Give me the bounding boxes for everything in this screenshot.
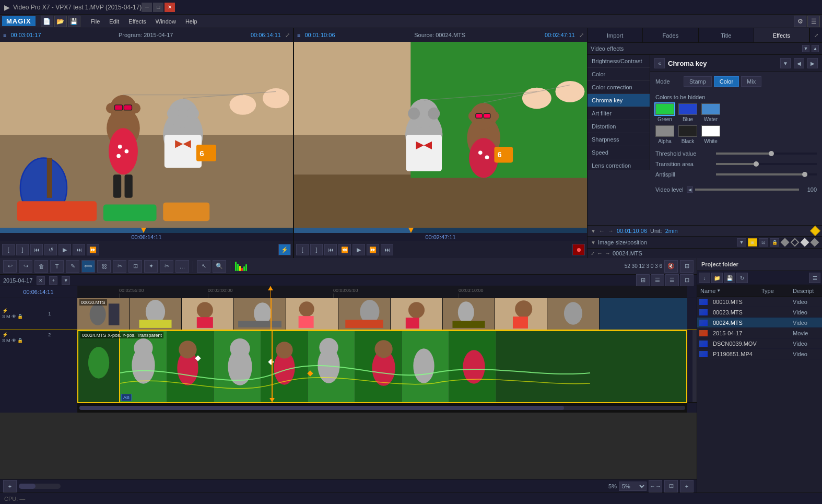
effect-color[interactable]: Color xyxy=(588,68,650,81)
track-1-eye-icon[interactable]: 👁 xyxy=(11,314,16,319)
size-grid-btn[interactable]: ⊡ xyxy=(759,238,768,247)
r-step-fwd-btn[interactable]: ⏩ xyxy=(367,244,379,255)
swatch-water[interactable] xyxy=(701,103,720,115)
zoom-plus-btn[interactable]: + xyxy=(680,480,694,493)
menu-file[interactable]: File xyxy=(87,17,104,26)
swatch-alpha[interactable] xyxy=(655,125,674,137)
effect-speed[interactable]: Speed xyxy=(588,146,650,159)
r-step-back-btn[interactable]: ⏪ xyxy=(338,244,351,255)
arrow-left-icon[interactable]: ← xyxy=(599,228,605,234)
back-btn[interactable]: « xyxy=(654,58,665,68)
col-name-header[interactable]: Name ▼ xyxy=(697,288,759,294)
pf-refresh-btn[interactable]: ↻ xyxy=(736,273,748,283)
link-btn[interactable]: ⛓ xyxy=(97,260,111,273)
menu-edit[interactable]: Edit xyxy=(105,17,123,26)
snap-tl-btn[interactable]: ⊡ xyxy=(128,260,142,273)
swatch-blue[interactable] xyxy=(678,103,697,115)
track-2-lock-icon[interactable]: 🔒 xyxy=(17,338,23,343)
hamburger-right-icon[interactable]: ≡ xyxy=(297,32,300,38)
track-2-clip[interactable]: 00024.MTS X-pos. Y-pos. Transparent AB xyxy=(78,331,686,402)
cursor-btn[interactable]: ↖ xyxy=(197,260,210,273)
menu-help[interactable]: Help xyxy=(181,17,202,26)
file-row-1[interactable]: 00023.MTS Video xyxy=(697,307,822,318)
antispill-slider[interactable] xyxy=(716,173,817,175)
size-lock-btn[interactable]: 🔒 xyxy=(770,238,779,247)
collapse-effects-btn[interactable]: ▼ xyxy=(802,45,809,52)
track-options-btn[interactable]: ▼ xyxy=(62,276,70,285)
new-button[interactable]: 📄 xyxy=(41,16,53,27)
add-track-bottom-btn[interactable]: + xyxy=(3,480,17,493)
video-level-left-btn[interactable]: ◀ xyxy=(687,186,693,193)
file-row-0[interactable]: 00010.MTS Video xyxy=(697,297,822,307)
col-desc-header[interactable]: Descript xyxy=(791,288,822,294)
swatch-green[interactable] xyxy=(655,103,674,115)
source-arrow-right[interactable]: → xyxy=(605,250,610,256)
transition-slider[interactable] xyxy=(716,163,817,165)
tab-title[interactable]: Title xyxy=(699,28,754,42)
kf-add-btn[interactable] xyxy=(781,238,790,247)
unlink-btn[interactable]: ✂ xyxy=(113,260,126,273)
go-end-btn[interactable]: ⏩ xyxy=(87,244,99,255)
keyframe-diamond-btn[interactable] xyxy=(810,226,820,236)
track-2-eye-icon[interactable]: 👁 xyxy=(11,338,16,343)
list-view-btn[interactable]: ☰ xyxy=(651,274,664,287)
fit-btn[interactable]: ⊡ xyxy=(664,480,678,493)
track-1-clip[interactable]: 00010.MTS xyxy=(77,298,687,330)
swatch-white[interactable] xyxy=(701,125,720,137)
zoom-in-btn[interactable]: 🔍 xyxy=(213,260,226,273)
text-btn[interactable]: T xyxy=(50,260,64,273)
preset-dropdown-btn[interactable]: ▼ xyxy=(780,58,791,68)
pf-menu-btn[interactable]: ☰ xyxy=(809,273,820,283)
effect-distortion[interactable]: Distortion xyxy=(588,120,650,133)
redo-btn[interactable]: ↪ xyxy=(19,260,32,273)
r-play-btn[interactable]: ▶ xyxy=(353,244,365,255)
effect-color-correction[interactable]: Color correction xyxy=(588,81,650,94)
video-level-slider[interactable] xyxy=(695,189,799,191)
timeline-scroll-mini[interactable] xyxy=(19,484,61,489)
tab-effects[interactable]: Effects xyxy=(754,28,809,42)
kf-large-btn[interactable] xyxy=(801,238,809,247)
maximize-button[interactable]: □ xyxy=(153,3,163,12)
source-arrow-left[interactable]: ← xyxy=(597,250,603,256)
open-button[interactable]: 📂 xyxy=(54,16,67,27)
save-button[interactable]: 💾 xyxy=(68,16,80,27)
tab-import[interactable]: Import xyxy=(588,28,643,42)
play-btn[interactable]: ▶ xyxy=(58,244,71,255)
zoom-dropdown[interactable]: 5% 10% 25% 50% 100% xyxy=(619,482,647,491)
close-project-btn[interactable]: ✕ xyxy=(37,276,45,285)
threshold-slider[interactable] xyxy=(716,153,817,155)
view-toggle-btn[interactable]: ⊞ xyxy=(680,260,694,273)
arrow-right-icon[interactable]: → xyxy=(608,228,614,234)
undo-btn[interactable]: ↩ xyxy=(3,260,17,273)
track-1-lock-icon[interactable]: 🔒 xyxy=(17,314,23,319)
trim-btn[interactable]: ✦ xyxy=(144,260,158,273)
effect-brightness-contrast[interactable]: Brightness/Contrast xyxy=(588,55,650,68)
r-mark-out-btn[interactable]: ] xyxy=(310,244,323,255)
mark-in-btn[interactable]: [ xyxy=(2,244,15,255)
effect-lens-correction[interactable]: Lens correction xyxy=(588,159,650,170)
vertical-scrollbar[interactable] xyxy=(692,330,697,402)
pf-save-btn[interactable]: 💾 xyxy=(724,273,735,283)
horizontal-scrollbar[interactable] xyxy=(79,406,685,410)
more-btn[interactable]: … xyxy=(175,260,189,273)
kf-nav-btn[interactable] xyxy=(811,238,819,247)
col-type-header[interactable]: Type xyxy=(759,288,791,294)
effects-expand-btn[interactable]: ⤢ xyxy=(809,28,822,42)
settings-icon[interactable]: ⚙ xyxy=(794,16,806,27)
zoom-view-btn[interactable]: ⊡ xyxy=(680,274,694,287)
color-btn[interactable]: Color xyxy=(714,76,739,87)
track-1-s-icon[interactable]: S xyxy=(2,314,5,319)
menu-effects[interactable]: Effects xyxy=(124,17,150,26)
file-row-5[interactable]: P1190851.MP4 Video xyxy=(697,349,822,359)
expand-effects-btn[interactable]: ▲ xyxy=(812,45,819,52)
r-go-start-btn[interactable]: ⏮ xyxy=(324,244,337,255)
split-btn[interactable]: ✂ xyxy=(160,260,173,273)
grid-view-btn[interactable]: ⊞ xyxy=(636,274,650,287)
track-2-s-icon[interactable]: S xyxy=(2,338,5,343)
mute-btn[interactable]: 🔇 xyxy=(664,260,678,273)
mark-out-btn[interactable]: ] xyxy=(16,244,29,255)
view-icon[interactable]: ☰ xyxy=(807,16,820,27)
tab-fades[interactable]: Fades xyxy=(643,28,698,42)
pf-folder-btn[interactable]: 📁 xyxy=(711,273,723,283)
effect-chroma-key[interactable]: Chroma key xyxy=(588,94,650,107)
